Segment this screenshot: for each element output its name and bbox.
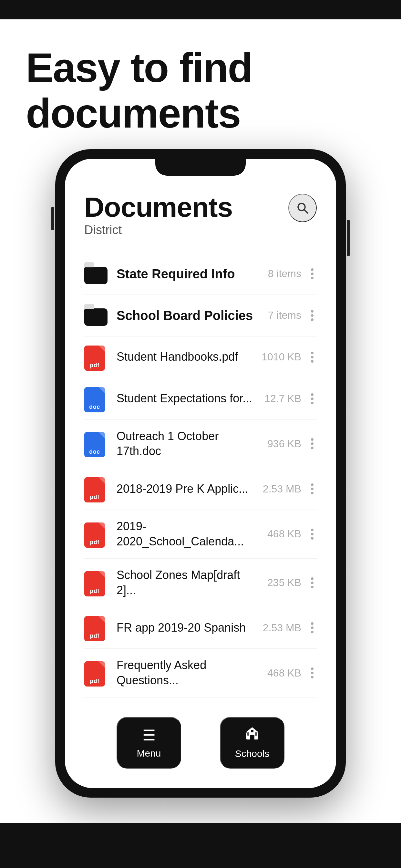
file-size-calendar: 468 KB bbox=[267, 528, 301, 540]
dot bbox=[311, 488, 313, 490]
file-size-handbooks: 1010 KB bbox=[261, 351, 301, 363]
phone-mockup-wrapper: Documents District bbox=[0, 149, 401, 798]
phone-device: Documents District bbox=[55, 149, 346, 798]
svg-rect-6 bbox=[247, 733, 249, 736]
list-item[interactable]: pdf Student Handbooks.pdf 1010 KB bbox=[84, 337, 317, 378]
search-button[interactable] bbox=[288, 194, 317, 222]
list-item[interactable]: pdf 2018-2019 Pre K Applic... 2.53 MB bbox=[84, 468, 317, 510]
document-list: State Required Info 8 items bbox=[84, 253, 317, 698]
dot bbox=[311, 537, 313, 539]
dot bbox=[311, 273, 313, 275]
list-item[interactable]: State Required Info 8 items bbox=[84, 253, 317, 295]
dot bbox=[311, 314, 313, 317]
dot bbox=[311, 529, 313, 531]
dot bbox=[311, 631, 313, 633]
dot bbox=[311, 402, 313, 404]
list-item[interactable]: doc Student Expectations for... 12.7 KB bbox=[84, 378, 317, 420]
doc-icon-outreach: doc bbox=[84, 432, 107, 455]
app-content: Documents District bbox=[65, 185, 336, 788]
dot bbox=[311, 676, 313, 678]
dot bbox=[311, 277, 313, 279]
dot bbox=[311, 668, 313, 670]
headline-section: Easy to find documents bbox=[0, 20, 401, 149]
list-item[interactable]: pdf School Zones Map[draft 2]... 235 KB bbox=[84, 559, 317, 608]
pdf-icon-faq: pdf bbox=[84, 661, 107, 685]
more-button[interactable] bbox=[308, 435, 317, 453]
schools-label: Schools bbox=[235, 748, 270, 759]
list-item[interactable]: doc Outreach 1 October 17th.doc 936 KB bbox=[84, 420, 317, 469]
pdf-icon-zones: pdf bbox=[84, 571, 107, 594]
dot bbox=[311, 360, 313, 363]
file-name-faq: Frequently Asked Questions... bbox=[117, 658, 267, 688]
file-name-outreach: Outreach 1 October 17th.doc bbox=[117, 429, 267, 459]
list-item[interactable]: pdf FR app 2019-20 Spanish 2.53 MB bbox=[84, 607, 317, 649]
file-size-fr-spanish: 2.53 MB bbox=[263, 622, 301, 634]
app-title: Documents bbox=[84, 191, 233, 223]
more-button[interactable] bbox=[308, 348, 317, 366]
dot bbox=[311, 626, 313, 629]
dot bbox=[311, 398, 313, 400]
more-button[interactable] bbox=[308, 265, 317, 283]
dot bbox=[311, 438, 313, 441]
folder-icon-policies bbox=[84, 304, 107, 327]
folder-name-state: State Required Info bbox=[117, 266, 268, 282]
more-button[interactable] bbox=[308, 307, 317, 324]
dot bbox=[311, 310, 313, 313]
dot bbox=[311, 582, 313, 584]
list-item[interactable]: pdf Frequently Asked Questions... 468 KB bbox=[84, 649, 317, 698]
file-name-zones: School Zones Map[draft 2]... bbox=[117, 568, 267, 598]
search-icon bbox=[296, 202, 309, 214]
schools-button[interactable]: Schools bbox=[220, 717, 284, 769]
pdf-icon-calendar: pdf bbox=[84, 523, 107, 546]
dot bbox=[311, 268, 313, 271]
svg-rect-7 bbox=[255, 733, 257, 736]
list-item[interactable]: pdf 2019-2020_School_Calenda... 468 KB bbox=[84, 510, 317, 559]
menu-button[interactable]: ☰ Menu bbox=[117, 717, 181, 769]
page-headline: Easy to find documents bbox=[26, 45, 375, 136]
dot bbox=[311, 578, 313, 580]
svg-rect-5 bbox=[251, 730, 253, 733]
file-name-handbooks: Student Handbooks.pdf bbox=[117, 349, 261, 365]
pdf-icon-fr-spanish: pdf bbox=[84, 616, 107, 640]
dot bbox=[311, 586, 313, 588]
dot bbox=[311, 352, 313, 354]
file-size-outreach: 936 KB bbox=[267, 438, 301, 450]
phone-screen: Documents District bbox=[65, 159, 336, 788]
dot bbox=[311, 672, 313, 674]
page-background: Easy to find documents Documents Distric… bbox=[0, 0, 401, 868]
file-name-fr-spanish: FR app 2019-20 Spanish bbox=[117, 620, 263, 636]
dot bbox=[311, 484, 313, 486]
doc-icon-expectations: doc bbox=[84, 387, 107, 410]
title-group: Documents District bbox=[84, 191, 233, 250]
dot bbox=[311, 356, 313, 359]
more-button[interactable] bbox=[308, 664, 317, 682]
more-button[interactable] bbox=[308, 525, 317, 543]
documents-header: Documents District bbox=[84, 191, 317, 250]
dot bbox=[311, 533, 313, 535]
pdf-icon-prek: pdf bbox=[84, 477, 107, 500]
dot bbox=[311, 446, 313, 449]
file-name-expectations: Student Expectations for... bbox=[117, 391, 265, 406]
file-size-zones: 235 KB bbox=[267, 577, 301, 589]
bottom-status-bar bbox=[0, 823, 401, 868]
more-button[interactable] bbox=[308, 480, 317, 498]
svg-rect-3 bbox=[250, 735, 254, 740]
file-size-prek: 2.53 MB bbox=[263, 483, 301, 495]
more-button[interactable] bbox=[308, 574, 317, 592]
file-size-faq: 468 KB bbox=[267, 667, 301, 679]
app-subtitle: District bbox=[84, 223, 233, 237]
more-button[interactable] bbox=[308, 390, 317, 407]
list-item[interactable]: School Board Policies 7 items bbox=[84, 295, 317, 337]
bottom-navigation: ☰ Menu bbox=[84, 704, 317, 788]
top-status-bar bbox=[0, 0, 401, 20]
file-name-calendar: 2019-2020_School_Calenda... bbox=[117, 519, 267, 549]
schools-icon bbox=[245, 726, 259, 744]
svg-line-1 bbox=[304, 210, 308, 213]
dot bbox=[311, 318, 313, 321]
dot bbox=[311, 622, 313, 625]
more-button[interactable] bbox=[308, 619, 317, 637]
phone-notch bbox=[155, 159, 246, 176]
folder-count-policies: 7 items bbox=[268, 309, 301, 321]
folder-count-state: 8 items bbox=[268, 268, 301, 280]
folder-icon-state bbox=[84, 262, 107, 285]
